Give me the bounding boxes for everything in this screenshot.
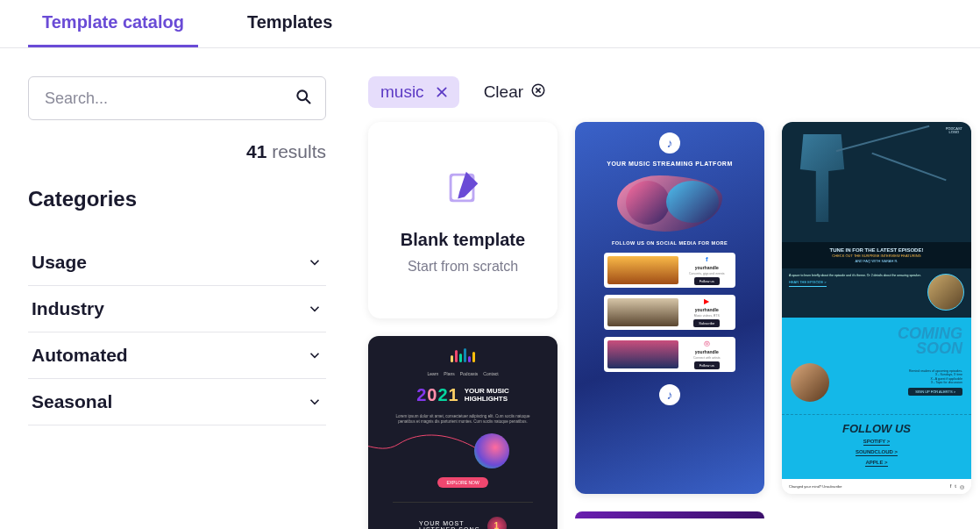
music-note-icon: ♪	[659, 384, 680, 405]
guest-avatar-icon	[927, 274, 964, 311]
concert-image	[607, 256, 678, 284]
hero-band: TUNE IN FOR THE LATEST EPISODE! CHECK OU…	[782, 242, 971, 268]
follow-block: FOLLOW US SPOTIFY > SOUNDCLOUD > APPLE >	[782, 414, 971, 479]
rank-badge-icon: 1	[487, 517, 507, 529]
search-wrap	[28, 76, 326, 120]
grid-col-1: Blank template Start from scratch Learn …	[368, 122, 557, 529]
sidebar: 41 results Categories Usage Industry Aut…	[28, 76, 326, 503]
thumb-nav-item: Learn	[427, 371, 438, 376]
filter-label: Seasonal	[32, 391, 112, 412]
main: music Clear	[368, 76, 971, 503]
results-count: 41	[246, 141, 266, 161]
facebook-icon: f	[706, 255, 708, 263]
card-caption: Music videos, BTS	[694, 314, 720, 318]
filter-usage[interactable]: Usage	[28, 239, 326, 286]
template-grid: Blank template Start from scratch Learn …	[368, 122, 971, 529]
thumb-headline: YOUR MUSIC HIGHLIGHTS	[465, 388, 509, 404]
template-thumb-music-highlights[interactable]: Learn Plans Podcasts Contact 2021 YOUR M…	[368, 336, 557, 529]
subscribe-button: Subscribe	[693, 319, 720, 327]
most-listened-label: YOUR MOST LISTENED SONG	[419, 520, 480, 529]
footer-social-icons: f t ◎	[950, 483, 964, 490]
most-listened-row: YOUR MOST LISTENED SONG 1	[419, 517, 507, 529]
filter-industry[interactable]: Industry	[28, 286, 326, 332]
results-count-line: 41 results	[28, 141, 326, 162]
coming-meta: Remind readers of upcoming episodes. X -…	[836, 369, 962, 396]
chevron-down-icon	[307, 254, 323, 270]
card-caption: Concerts, gigs and events	[689, 272, 724, 275]
meta-text: Remind readers of upcoming episodes. X -…	[909, 369, 962, 385]
template-thumb-podcast[interactable]: PODCAST LOGO TUNE IN FOR THE LATEST EPIS…	[782, 122, 971, 494]
feature-text: A space to learn briefly about the episo…	[789, 274, 922, 311]
blank-template-card[interactable]: Blank template Start from scratch	[368, 122, 557, 318]
tab-template-catalog[interactable]: Template catalog	[28, 0, 198, 47]
social-card-youtube: ▶ yourhandle Music videos, BTS Subscribe	[604, 295, 735, 330]
handle: yourhandle	[695, 307, 719, 312]
active-filters: music Clear	[368, 76, 971, 108]
filter-seasonal[interactable]: Seasonal	[28, 379, 326, 425]
grid-col-3: PODCAST LOGO TUNE IN FOR THE LATEST EPIS…	[782, 122, 971, 529]
clear-label: Clear	[484, 82, 523, 102]
filter-label: Usage	[32, 252, 87, 273]
checkout-label: CHECK OUT THE SURPRISE INTERVIEW FEATURI…	[789, 254, 964, 258]
clear-circle-x-icon	[530, 82, 546, 103]
filter-automated[interactable]: Automated	[28, 332, 326, 379]
thumb-subtitle: FOLLOW US ON SOCIAL MEDIA FOR MORE	[612, 240, 728, 246]
explore-now-button: EXPLORE NOW	[437, 477, 487, 488]
music-note-icon: ♪	[659, 132, 680, 154]
tabs-bar: Template catalog Templates	[0, 0, 980, 48]
results-label: results	[266, 141, 326, 161]
hear-episode-link: HEAR THE EPISODE >	[789, 280, 827, 286]
compose-icon	[443, 167, 483, 211]
categories-heading: Categories	[28, 187, 326, 211]
filter-chip-music[interactable]: music	[368, 76, 459, 108]
podcast-logo: PODCAST LOGO	[946, 127, 962, 135]
filter-label: Automated	[32, 345, 128, 366]
host-avatar-icon	[791, 363, 829, 402]
grid-col-2: ♪ YOUR MUSIC STREAMING PLATFORM FOLLOW U…	[575, 122, 764, 529]
unsubscribe-text: Changed your mind? Unsubscribe	[789, 484, 842, 489]
coming-soon-block: COMING SOON Remind readers of upcoming e…	[782, 318, 971, 414]
chevron-down-icon	[307, 347, 323, 363]
tab-templates[interactable]: Templates	[233, 0, 346, 47]
blank-subtitle: Start from scratch	[408, 259, 518, 275]
podcast-hero: PODCAST LOGO TUNE IN FOR THE LATEST EPIS…	[782, 122, 971, 268]
filter-label: Industry	[32, 298, 104, 319]
chevron-down-icon	[307, 394, 323, 410]
thumb-title: YOUR MUSIC STREAMING PLATFORM	[607, 161, 732, 167]
chip-label: music	[380, 82, 424, 102]
youtube-icon: ▶	[704, 297, 709, 305]
handle: yourhandle	[695, 349, 719, 354]
follow-us-heading: FOLLOW US	[791, 422, 962, 435]
signup-alerts-button: SIGN UP FOR ALERTS >	[908, 388, 962, 396]
clear-filters-button[interactable]: Clear	[484, 82, 546, 103]
abstract-blob-art-icon	[617, 175, 722, 232]
squiggle-icon	[416, 440, 469, 461]
social-card-instagram: ◎ yourhandle Connect with artists Follow…	[604, 337, 735, 372]
thumb-footer: Changed your mind? Unsubscribe f t ◎	[782, 479, 971, 494]
follow-button: Follow us	[694, 361, 720, 369]
feature-copy: A space to learn briefly about the episo…	[789, 274, 921, 277]
template-thumb-streaming[interactable]: ♪ YOUR MUSIC STREAMING PLATFORM FOLLOW U…	[575, 122, 764, 494]
twitter-icon: t	[955, 483, 956, 490]
thumb-nav-item: Contact	[483, 371, 498, 376]
link-spotify: SPOTIFY >	[863, 439, 891, 446]
thumb-blurb: Lorem ipsum dolor sit amet, consectetuer…	[388, 414, 537, 425]
feature-row: A space to learn briefly about the episo…	[782, 268, 971, 318]
handle: yourhandle	[695, 265, 719, 270]
blank-title: Blank template	[401, 230, 525, 250]
equalizer-icon	[451, 348, 475, 362]
dj-image	[607, 340, 678, 368]
guitar-image	[607, 298, 678, 326]
facebook-icon: f	[950, 483, 952, 490]
divider	[393, 502, 533, 503]
search-input[interactable]	[28, 76, 326, 120]
content-area: 41 results Categories Usage Industry Aut…	[0, 48, 980, 529]
card-caption: Connect with artists	[693, 356, 721, 360]
link-apple: APPLE >	[865, 460, 887, 467]
featuring-sub: AND FAQ WITH SARAH R.	[789, 259, 964, 263]
close-icon[interactable]	[435, 85, 449, 99]
instagram-icon: ◎	[960, 483, 964, 490]
link-soundcloud: SOUNDCLOUD >	[856, 449, 898, 456]
chevron-down-icon	[307, 301, 323, 317]
template-thumb-peek[interactable]	[575, 511, 764, 518]
